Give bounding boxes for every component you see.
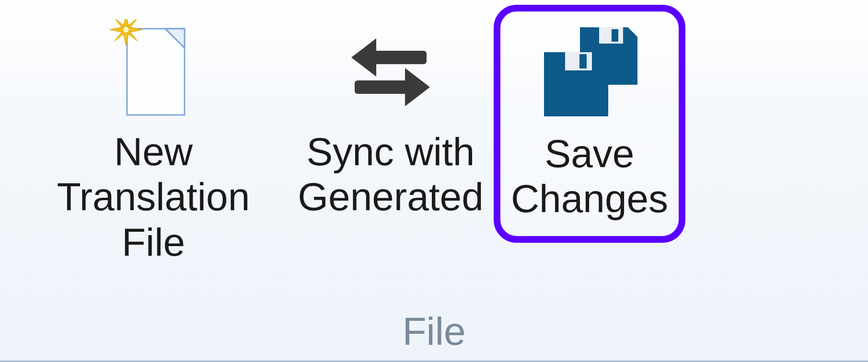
svg-rect-21 [579, 54, 587, 68]
new-translation-file-label: New Translation File [23, 129, 284, 265]
ribbon-group-label: File [0, 306, 868, 361]
ribbon-group-file: New Translation File Sync with Generated [0, 0, 868, 362]
new-translation-file-button[interactable]: New Translation File [19, 10, 288, 265]
svg-rect-17 [599, 27, 623, 44]
svg-point-11 [123, 27, 129, 33]
svg-rect-14 [355, 80, 412, 94]
svg-rect-12 [369, 51, 427, 64]
save-changes-button[interactable]: Save Changes [494, 5, 685, 243]
svg-rect-0 [127, 29, 185, 115]
new-file-icon [108, 14, 199, 129]
sync-with-generated-button[interactable]: Sync with Generated [288, 10, 494, 220]
ribbon-buttons-row: New Translation File Sync with Generated [0, 0, 868, 306]
svg-rect-18 [612, 29, 618, 42]
sync-arrows-icon [343, 14, 439, 129]
svg-marker-15 [405, 68, 430, 106]
save-all-icon [534, 16, 645, 131]
svg-rect-20 [565, 52, 592, 70]
save-changes-label: Save Changes [511, 131, 668, 222]
svg-marker-13 [351, 38, 376, 77]
sync-with-generated-label: Sync with Generated [298, 129, 484, 220]
